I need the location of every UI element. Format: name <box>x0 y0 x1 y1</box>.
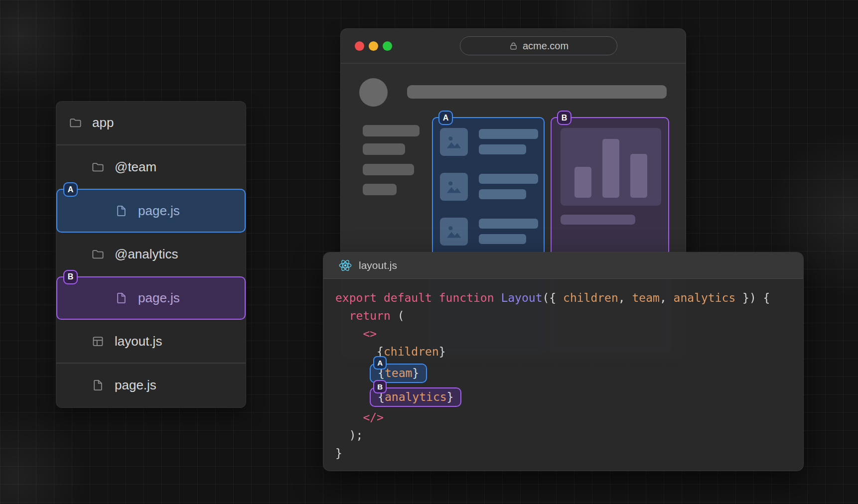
code-highlight-b: B{analytics} <box>370 387 461 407</box>
code-token: }) { <box>735 291 770 304</box>
text-bar-placeholder <box>479 219 538 229</box>
code-token <box>335 345 377 358</box>
tree-item-label: app <box>92 115 114 130</box>
browser-titlebar: acme.com <box>341 29 686 64</box>
code-line: B{analytics} <box>335 384 803 408</box>
code-line: ); <box>335 426 803 444</box>
tree-item-label: page.js <box>115 378 156 393</box>
address-bar[interactable]: acme.com <box>460 36 617 55</box>
badge-a: A <box>373 356 387 370</box>
code-line: return ( <box>335 307 803 325</box>
chart-bar-placeholder <box>574 167 591 198</box>
code-line: {children} <box>335 343 803 361</box>
code-line: export default function Layout({ childre… <box>335 289 803 307</box>
chart-bar-placeholder <box>630 154 647 198</box>
close-window-button[interactable] <box>355 41 364 51</box>
nav-bar-placeholder <box>363 125 420 136</box>
traffic-lights <box>355 41 392 51</box>
text-bar-placeholder <box>479 189 526 199</box>
code-token: Layout <box>501 291 542 304</box>
code-token <box>494 291 501 304</box>
folder-icon <box>91 160 105 174</box>
badge-a: A <box>63 182 78 197</box>
code-line: </> <box>335 408 803 426</box>
file-icon <box>115 204 128 218</box>
badge-b: B <box>557 111 572 125</box>
code-token: function <box>439 291 494 304</box>
code-token: team <box>632 291 660 304</box>
file-tree-list: app@teamApage.js@analyticsBpage.jslayout… <box>56 102 246 407</box>
code-token: analytics <box>674 291 736 304</box>
code-token: <> <box>363 327 377 340</box>
code-line: } <box>335 444 803 462</box>
code-token: children <box>384 345 439 358</box>
tree-item-label: @team <box>115 159 156 175</box>
code-token: ( <box>391 309 405 322</box>
code-token: return <box>349 309 391 322</box>
chart-bar-placeholder <box>602 139 619 198</box>
code-token: export <box>335 291 377 304</box>
layout-icon <box>91 335 105 348</box>
code-token: } <box>447 390 454 403</box>
chart-placeholder <box>561 128 661 206</box>
editor-filename: layout.js <box>359 259 397 271</box>
tree-item-page-js[interactable]: page.js <box>56 364 246 407</box>
code-token: ({ <box>542 291 563 304</box>
tree-item-label: page.js <box>138 203 180 219</box>
file-tree-panel: app@teamApage.js@analyticsBpage.jslayout… <box>56 101 246 408</box>
text-bar-placeholder <box>479 234 526 244</box>
code-line: <> <box>335 325 803 343</box>
tree-item-label: layout.js <box>115 334 162 349</box>
editor-titlebar: layout.js <box>323 252 803 279</box>
text-bar-placeholder <box>479 144 526 154</box>
code-token: } <box>439 345 446 358</box>
page-background: acme.com A <box>0 0 858 504</box>
text-bar-placeholder <box>479 174 538 184</box>
badge-b: B <box>63 270 78 284</box>
text-bar-placeholder <box>479 129 538 139</box>
badge-a: A <box>438 111 453 125</box>
code-token: , <box>618 291 632 304</box>
avatar-placeholder <box>359 78 388 107</box>
nav-bar-placeholder <box>363 143 405 155</box>
image-placeholder-icon <box>440 128 468 156</box>
maximize-window-button[interactable] <box>383 41 392 51</box>
tree-item-label: @analytics <box>115 247 178 262</box>
image-placeholder-icon <box>440 173 468 201</box>
tree-item--team[interactable]: @team <box>56 145 246 189</box>
tree-item--analytics[interactable]: @analytics <box>56 233 246 276</box>
tree-item-app[interactable]: app <box>56 102 246 145</box>
code-line: A{team} <box>335 361 803 384</box>
file-icon <box>91 378 105 392</box>
url-text: acme.com <box>523 40 569 52</box>
folder-icon <box>91 248 105 261</box>
code-token: default <box>384 291 432 304</box>
code-token <box>432 291 439 304</box>
code-token: } <box>412 367 419 379</box>
badge-b: B <box>373 380 387 393</box>
code-token: , <box>660 291 674 304</box>
folder-icon <box>69 116 82 129</box>
file-icon <box>115 291 128 305</box>
code-token <box>335 309 349 322</box>
code-token <box>335 411 363 424</box>
text-bar-placeholder <box>561 215 635 225</box>
nav-bar-placeholder <box>363 164 414 175</box>
code-token: team <box>385 367 412 379</box>
code-token <box>335 429 349 442</box>
code-area: export default function Layout({ childre… <box>323 279 803 462</box>
code-token: } <box>335 447 342 460</box>
minimize-window-button[interactable] <box>369 41 378 51</box>
nav-bar-placeholder <box>363 184 397 195</box>
code-token <box>335 327 363 340</box>
code-token: ); <box>349 429 363 442</box>
code-token: children <box>563 291 618 304</box>
code-editor-window: layout.js export default function Layout… <box>323 252 804 471</box>
react-icon <box>338 258 352 272</box>
header-bar-placeholder <box>407 85 667 99</box>
tree-item-page-js[interactable]: Apage.js <box>56 189 246 233</box>
tree-item-layout-js[interactable]: layout.js <box>56 320 246 364</box>
tree-item-page-js[interactable]: Bpage.js <box>56 276 246 320</box>
code-token: </> <box>363 411 384 424</box>
tree-item-label: page.js <box>138 290 180 306</box>
